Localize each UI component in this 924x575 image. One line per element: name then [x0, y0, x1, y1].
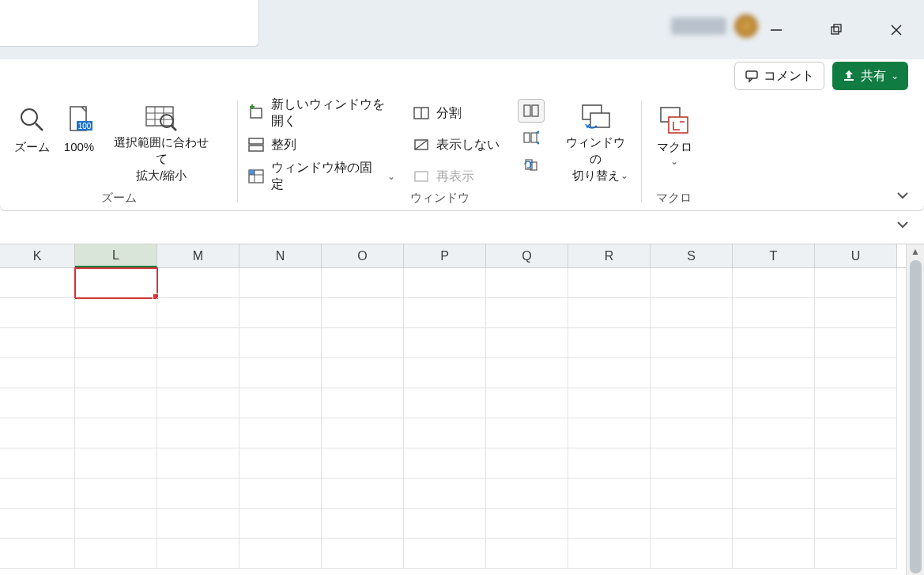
grid-cell[interactable]: [322, 328, 404, 358]
grid-cell[interactable]: [75, 388, 157, 418]
grid-cell[interactable]: [404, 388, 486, 418]
grid-cell[interactable]: [239, 539, 322, 569]
column-header[interactable]: S: [651, 244, 733, 267]
user-account-area[interactable]: [671, 14, 758, 38]
grid-cell[interactable]: [404, 298, 486, 328]
grid-cell[interactable]: [733, 388, 815, 418]
grid-cell[interactable]: [75, 298, 157, 328]
column-header[interactable]: T: [733, 244, 815, 267]
grid-cell[interactable]: [733, 268, 815, 298]
grid-cell[interactable]: [75, 448, 157, 479]
grid-cell[interactable]: [404, 268, 486, 298]
grid-cell[interactable]: [815, 509, 897, 539]
grid-cell[interactable]: [651, 298, 733, 328]
restore-button[interactable]: [820, 14, 852, 46]
freeze-panes-button[interactable]: ウィンドウ枠の固定 ⌄: [246, 162, 397, 191]
grid-cell[interactable]: [239, 418, 322, 448]
formula-bar-expand-button[interactable]: [896, 218, 910, 232]
grid-cell[interactable]: [404, 328, 486, 358]
grid-cell[interactable]: [0, 298, 75, 328]
scrollbar-thumb[interactable]: [910, 260, 922, 573]
grid-cell[interactable]: [322, 448, 404, 479]
grid-cell[interactable]: [157, 388, 239, 418]
grid-cell[interactable]: [733, 479, 815, 509]
grid-cell[interactable]: [815, 268, 897, 298]
grid-cell[interactable]: [651, 358, 733, 388]
vertical-scrollbar[interactable]: ▲: [906, 244, 924, 575]
reset-window-position-button[interactable]: [518, 153, 545, 176]
grid-cell[interactable]: [0, 388, 75, 418]
grid-cell[interactable]: [0, 539, 75, 569]
ribbon-collapse-button[interactable]: [896, 188, 910, 202]
grid-cell[interactable]: [733, 298, 815, 328]
grid-cell[interactable]: [733, 509, 815, 539]
grid-cell[interactable]: [815, 388, 897, 418]
grid-cell[interactable]: [568, 479, 651, 509]
column-header[interactable]: N: [239, 244, 322, 267]
column-header[interactable]: R: [568, 244, 651, 267]
column-header[interactable]: Q: [486, 244, 568, 267]
grid-cell[interactable]: [486, 358, 568, 388]
zoom-to-selection-button[interactable]: 選択範囲に合わせて 拡大/縮小: [102, 99, 221, 186]
grid-cell[interactable]: [733, 418, 815, 448]
grid-cell[interactable]: [404, 509, 486, 539]
grid-cell[interactable]: [157, 448, 239, 479]
grid-cell[interactable]: [486, 298, 568, 328]
grid-cell[interactable]: [733, 448, 815, 479]
grid-cell[interactable]: [239, 388, 322, 418]
grid-cell[interactable]: [322, 479, 404, 509]
grid-cell[interactable]: [157, 509, 239, 539]
grid-cell[interactable]: [733, 328, 815, 358]
grid-cell[interactable]: [239, 328, 322, 358]
grid-cell[interactable]: [815, 328, 897, 358]
column-header[interactable]: U: [815, 244, 897, 267]
grid-cell[interactable]: [157, 298, 239, 328]
arrange-all-button[interactable]: 整列: [246, 131, 397, 159]
grid-cell[interactable]: [651, 388, 733, 418]
grid-cell[interactable]: [733, 539, 815, 569]
grid-cell[interactable]: [75, 479, 157, 509]
grid-cell[interactable]: [157, 358, 239, 388]
grid-cell[interactable]: [815, 448, 897, 479]
column-header[interactable]: L: [75, 244, 157, 267]
column-header[interactable]: M: [157, 244, 239, 267]
macros-button[interactable]: マクロ ⌄: [650, 99, 699, 186]
grid-cell[interactable]: [157, 328, 239, 358]
grid-cell[interactable]: [568, 418, 651, 448]
grid-cell[interactable]: [568, 509, 651, 539]
grid-cell[interactable]: [239, 509, 322, 539]
minimize-button[interactable]: [760, 14, 792, 46]
grid-cell[interactable]: [486, 448, 568, 479]
grid-cell[interactable]: [651, 448, 733, 479]
grid-cell[interactable]: [568, 358, 651, 388]
column-header[interactable]: P: [404, 244, 486, 267]
search-box[interactable]: [0, 0, 259, 47]
grid-cell[interactable]: [0, 358, 75, 388]
grid-cell[interactable]: [733, 358, 815, 388]
grid-cell[interactable]: [651, 539, 733, 569]
grid-cell[interactable]: [568, 448, 651, 479]
grid-cell[interactable]: [486, 388, 568, 418]
grid-cell[interactable]: [322, 539, 404, 569]
grid-cell[interactable]: [322, 418, 404, 448]
close-button[interactable]: [881, 14, 912, 46]
grid-cell[interactable]: [651, 418, 733, 448]
grid-cell[interactable]: [568, 328, 651, 358]
grid-cell[interactable]: [0, 418, 75, 448]
grid-cell[interactable]: [568, 388, 651, 418]
grid-cell[interactable]: [486, 509, 568, 539]
grid-cell[interactable]: [75, 539, 157, 569]
share-button[interactable]: 共有 ⌄: [832, 62, 908, 90]
grid-cell[interactable]: [0, 479, 75, 509]
grid-cell[interactable]: [404, 358, 486, 388]
grid-cell[interactable]: [157, 479, 239, 509]
grid-cell[interactable]: [568, 539, 651, 569]
scroll-up-arrow-icon[interactable]: ▲: [911, 244, 920, 259]
grid-cell[interactable]: [404, 539, 486, 569]
grid-cell[interactable]: [815, 358, 897, 388]
grid-cell[interactable]: [75, 358, 157, 388]
grid-cell[interactable]: [815, 479, 897, 509]
grid-cell[interactable]: [486, 268, 568, 298]
grid-cell[interactable]: [157, 418, 239, 448]
grid-cell[interactable]: [157, 539, 239, 569]
